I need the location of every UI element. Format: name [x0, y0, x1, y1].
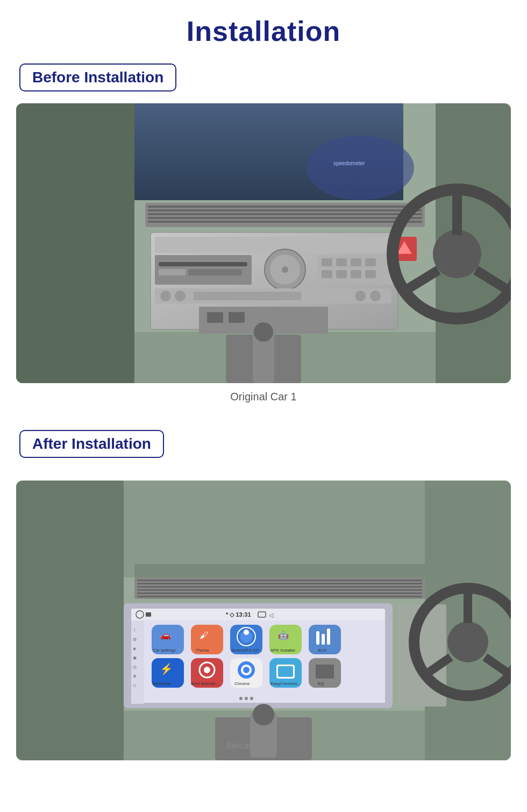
svg-rect-66 [146, 612, 151, 617]
svg-text:* ◇ 13:31: * ◇ 13:31 [226, 611, 251, 618]
svg-rect-15 [159, 269, 186, 276]
svg-text:EQ: EQ [318, 681, 324, 686]
svg-rect-40 [229, 312, 245, 323]
svg-text:Bluetooth: Bluetooth [153, 681, 171, 686]
svg-rect-94 [316, 631, 319, 645]
svg-text:Chrome: Chrome [234, 681, 250, 686]
svg-rect-16 [188, 269, 242, 276]
svg-point-108 [243, 667, 250, 673]
svg-text:AUX: AUX [318, 648, 327, 653]
svg-text:⚙: ⚙ [133, 637, 137, 642]
svg-rect-34 [194, 292, 301, 300]
before-section-row: Before Installation [0, 63, 527, 103]
svg-rect-12 [155, 237, 391, 253]
svg-point-129 [447, 622, 488, 662]
svg-point-33 [175, 291, 186, 301]
after-installation-image: * ◇ 13:31 ◁ ↕ ⚙ ◈ ◉ ◎ ⊕ ◇ 🚗 Car settings… [16, 481, 511, 760]
svg-rect-28 [365, 270, 376, 278]
svg-text:🚗: 🚗 [160, 630, 171, 640]
svg-point-49 [307, 136, 414, 200]
svg-rect-115 [316, 665, 334, 679]
after-section-row: After Installation [0, 430, 527, 470]
svg-rect-39 [207, 312, 223, 323]
svg-text:APK Installer: APK Installer [270, 648, 296, 653]
svg-rect-133 [134, 564, 425, 577]
svg-point-103 [204, 667, 210, 673]
svg-point-119 [250, 697, 253, 700]
svg-rect-95 [322, 634, 325, 645]
svg-point-126 [253, 704, 274, 725]
svg-rect-7 [148, 209, 422, 211]
svg-rect-1 [16, 103, 134, 383]
svg-text:↕: ↕ [133, 627, 136, 632]
svg-rect-22 [336, 258, 347, 266]
svg-text:◇: ◇ [133, 683, 137, 688]
svg-text:⚡: ⚡ [160, 662, 173, 675]
svg-text:AndroidTS GP...: AndroidTS GP... [231, 648, 262, 653]
svg-rect-57 [137, 583, 422, 584]
svg-text:Theme: Theme [196, 648, 209, 653]
page-title: Installation [187, 15, 340, 47]
svg-rect-54 [124, 481, 425, 577]
svg-rect-112 [278, 666, 293, 677]
svg-text:◉: ◉ [133, 655, 137, 660]
svg-text:EasyConnecti...: EasyConnecti... [270, 681, 301, 686]
svg-point-19 [282, 266, 288, 273]
svg-rect-58 [137, 586, 422, 588]
svg-rect-56 [137, 580, 422, 581]
svg-rect-26 [336, 270, 347, 278]
svg-text:🤖: 🤖 [278, 630, 289, 640]
svg-point-35 [355, 291, 366, 301]
svg-rect-59 [137, 589, 422, 591]
svg-point-32 [160, 291, 171, 301]
svg-point-36 [370, 291, 381, 301]
svg-rect-96 [327, 629, 330, 645]
svg-text:Boot Animati...: Boot Animati... [191, 681, 219, 686]
svg-point-118 [245, 697, 248, 700]
svg-rect-8 [148, 213, 422, 215]
svg-rect-21 [322, 258, 332, 266]
svg-rect-60 [137, 592, 422, 594]
svg-text:Car settings: Car settings [153, 648, 176, 653]
svg-rect-27 [351, 270, 361, 278]
before-installation-image: speedometer [16, 103, 511, 383]
svg-rect-9 [148, 217, 422, 219]
svg-text:speedometer: speedometer [333, 160, 365, 166]
svg-rect-52 [16, 481, 124, 760]
svg-rect-25 [322, 270, 332, 278]
svg-point-88 [244, 630, 249, 635]
svg-point-43 [254, 322, 273, 342]
svg-rect-14 [159, 262, 247, 266]
svg-text:◁: ◁ [269, 612, 274, 618]
svg-point-45 [433, 230, 481, 278]
after-installation-badge: After Installation [19, 430, 164, 458]
svg-rect-61 [137, 596, 422, 597]
svg-rect-10 [148, 221, 422, 223]
before-image-caption: Original Car 1 [230, 391, 296, 403]
svg-rect-70 [131, 620, 144, 704]
svg-rect-6 [148, 206, 422, 208]
svg-text:◈: ◈ [133, 646, 137, 651]
svg-rect-23 [351, 258, 361, 266]
svg-text:⊕: ⊕ [133, 674, 137, 679]
svg-rect-24 [365, 258, 376, 266]
svg-text:Seicane: Seicane [226, 741, 259, 750]
svg-point-117 [239, 697, 243, 700]
svg-text:🖌: 🖌 [200, 631, 208, 640]
svg-text:◎: ◎ [133, 665, 137, 669]
before-installation-badge: Before Installation [19, 63, 176, 91]
